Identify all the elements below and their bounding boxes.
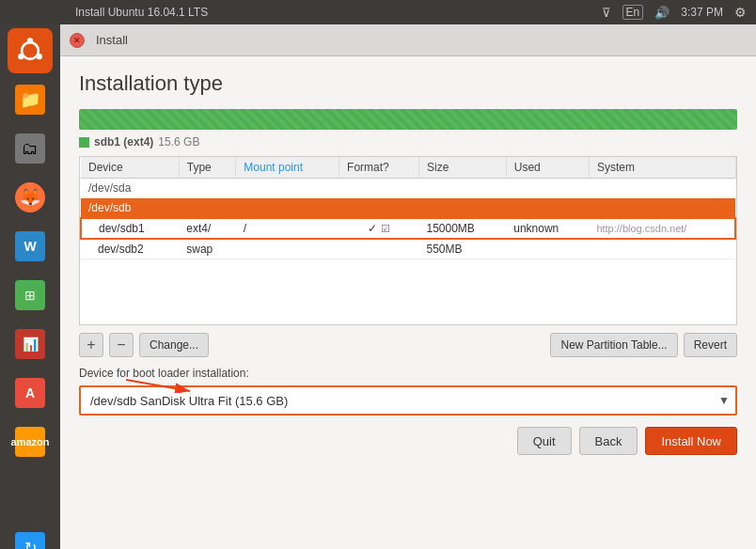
sda-label: /dev/sda — [81, 179, 735, 198]
sidebar-icon-impress[interactable]: 📊 — [8, 322, 53, 367]
legend-color-box — [79, 137, 89, 148]
sidebar-icon-ubuntu[interactable] — [8, 28, 53, 73]
add-partition-button[interactable]: + — [79, 333, 103, 357]
back-button[interactable]: Back — [579, 427, 638, 455]
remove-partition-button[interactable]: − — [109, 333, 134, 357]
col-used: Used — [506, 157, 589, 179]
window-title-bar: Install Ubuntu 16.04.1 LTS — [75, 6, 208, 19]
col-size: Size — [418, 157, 506, 179]
install-now-button[interactable]: Install Now — [645, 427, 737, 455]
change-button[interactable]: Change... — [139, 333, 209, 357]
table-row-sdb1[interactable]: dev/sdb1 ext4/ / ✓ ☑ 15000MB unknown htt… — [81, 218, 735, 239]
action-buttons: Quit Back Install Now — [79, 427, 737, 455]
quit-button[interactable]: Quit — [517, 427, 572, 455]
sdb1-device: dev/sdb1 — [81, 218, 179, 239]
language-indicator: En — [622, 5, 644, 20]
sdb2-mount — [236, 239, 339, 259]
sidebar-icon-files[interactable]: 📁 — [8, 77, 53, 122]
install-title-bar: ✕ Install — [60, 24, 756, 56]
volume-icon: 🔊 — [654, 6, 669, 20]
sdb2-type: swap — [179, 239, 236, 259]
sdb2-system — [589, 239, 735, 259]
col-system: System — [589, 157, 735, 179]
sdb1-size: 15000MB — [418, 218, 506, 239]
sdb1-used: unknown — [506, 218, 589, 239]
bootloader-select-container: /dev/sdb SanDisk Ultra Fit (15.6 GB) ▼ — [79, 385, 737, 416]
sdb1-mount: / — [236, 218, 339, 239]
revert-button[interactable]: Revert — [684, 333, 737, 357]
table-row-sdb[interactable]: /dev/sdb — [81, 198, 735, 219]
sidebar-icon-calc[interactable]: ⊞ — [8, 273, 53, 318]
partition-table-container: Device Type Mount point Format? Size Use… — [79, 156, 737, 325]
table-row-sdb2[interactable]: dev/sdb2 swap 550MB — [81, 239, 735, 259]
install-title: Install — [96, 33, 128, 47]
clock: 3:37 PM — [681, 6, 723, 19]
sidebar-icon-writer[interactable]: W — [8, 224, 53, 269]
sdb-label: /dev/sdb — [81, 198, 735, 219]
col-type: Type — [179, 157, 236, 179]
settings-icon[interactable]: ⚙ — [734, 5, 747, 20]
sdb1-type: ext4/ — [179, 218, 236, 239]
svg-point-2 — [27, 38, 33, 43]
svg-point-4 — [37, 54, 42, 59]
col-device: Device — [81, 157, 179, 179]
sdb2-used — [506, 239, 589, 259]
sidebar-icon-files2[interactable]: 🗂 — [8, 126, 53, 171]
wifi-icon: ⊽ — [602, 6, 611, 20]
sidebar-icon-amazon[interactable]: amazon — [8, 419, 53, 464]
sdb1-format: ✓ ☑ — [339, 218, 419, 239]
sdb2-format — [339, 239, 419, 259]
sidebar-icon-software[interactable]: A — [8, 370, 53, 416]
partition-legend: sdb1 (ext4) 15.6 GB — [79, 135, 737, 149]
partition-controls: + − Change... New Partition Table... Rev… — [79, 333, 737, 357]
sdb2-device: dev/sdb2 — [81, 239, 179, 259]
sidebar: 📁 🗂 🦊 W ⊞ 📊 A amazon — [0, 24, 60, 549]
col-mount: Mount point — [236, 157, 339, 179]
svg-point-3 — [18, 54, 24, 59]
partition-bar — [79, 109, 737, 130]
sidebar-icon-update[interactable]: ↻ — [8, 525, 53, 549]
red-arrow-annotation — [126, 367, 201, 393]
sdb1-system: http://blog.csdn.net/ — [589, 218, 735, 239]
col-format: Format? — [339, 157, 419, 179]
close-button[interactable]: ✕ — [70, 33, 85, 48]
table-row-sda[interactable]: /dev/sda — [81, 179, 735, 198]
sdb2-size: 550MB — [418, 239, 506, 259]
new-partition-table-button[interactable]: New Partition Table... — [550, 333, 677, 357]
sidebar-icon-firefox[interactable]: 🦊 — [8, 175, 53, 220]
svg-line-6 — [126, 380, 190, 391]
page-title: Installation type — [79, 71, 737, 96]
